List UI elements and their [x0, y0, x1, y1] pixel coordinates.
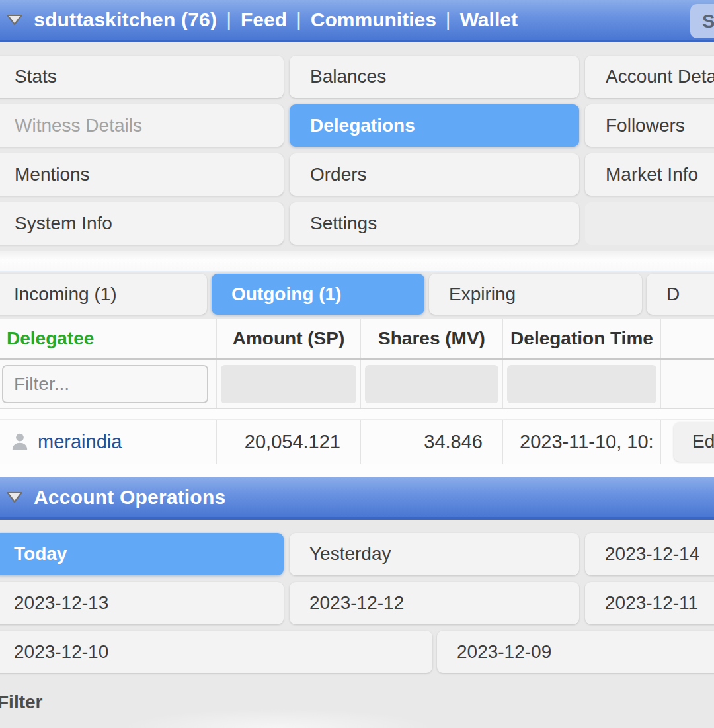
- subtab-outgoing[interactable]: Outgoing (1): [212, 274, 424, 315]
- tab-balances[interactable]: Balances: [290, 56, 579, 98]
- shares-mv-value: 34.846: [361, 431, 502, 453]
- collapse-triangle-icon[interactable]: [5, 13, 24, 27]
- tab-delegations[interactable]: Delegations: [290, 104, 579, 147]
- date-button-2023-12-09[interactable]: 2023-12-09: [437, 631, 714, 673]
- date-button-yesterday[interactable]: Yesterday: [290, 533, 579, 575]
- person-icon: [9, 431, 30, 452]
- tab-empty-cell: [585, 202, 714, 245]
- date-button-2023-12-14[interactable]: 2023-12-14: [585, 533, 714, 575]
- table-spacer: [0, 409, 714, 419]
- tab-stats[interactable]: Stats: [0, 56, 284, 98]
- delegatee-filter-input[interactable]: [2, 365, 208, 403]
- tab-account-details[interactable]: Account Details: [585, 56, 714, 98]
- filter-disabled-box: [221, 365, 356, 403]
- account-header-bar: sduttaskitchen (76) | Feed | Communities…: [0, 0, 714, 42]
- account-operations-title: Account Operations: [34, 486, 225, 508]
- date-button-wide-row: 2023-12-10 2023-12-09: [0, 631, 714, 673]
- tab-market-info[interactable]: Market Info: [585, 153, 714, 196]
- column-header-delegatee[interactable]: Delegatee: [0, 328, 216, 349]
- date-button-today[interactable]: Today: [0, 533, 284, 575]
- column-header-delegation-time[interactable]: Delegation Time: [503, 328, 660, 349]
- filter-disabled-box: [507, 365, 656, 403]
- tab-followers[interactable]: Followers: [585, 104, 714, 147]
- account-title[interactable]: sduttaskitchen (76): [34, 9, 217, 31]
- tab-orders[interactable]: Orders: [290, 153, 579, 196]
- edit-delegation-button[interactable]: Edit: [674, 422, 714, 462]
- section-divider-band: [0, 251, 714, 272]
- table-bottom-spacer: [0, 464, 714, 477]
- table-header-row: Delegatee Amount (SP) Shares (MV) Delega…: [0, 319, 714, 360]
- tab-mentions[interactable]: Mentions: [0, 153, 284, 196]
- column-header-shares-mv[interactable]: Shares (MV): [361, 328, 502, 349]
- app-viewport: sduttaskitchen (76) | Feed | Communities…: [0, 0, 714, 728]
- date-button-2023-12-10[interactable]: 2023-12-10: [0, 631, 432, 673]
- account-operations-bar: Account Operations: [0, 477, 714, 520]
- nav-divider: |: [446, 9, 451, 31]
- collapse-triangle-icon[interactable]: [5, 490, 24, 505]
- date-button-2023-12-13[interactable]: 2023-12-13: [0, 582, 284, 624]
- nav-link-communities[interactable]: Communities: [311, 9, 436, 31]
- date-button-2023-12-12[interactable]: 2023-12-12: [290, 582, 579, 624]
- subtab-expiring[interactable]: Expiring: [429, 274, 642, 315]
- date-button-grid: Today Yesterday 2023-12-14 2023-12-13 20…: [0, 533, 714, 624]
- header-corner-button[interactable]: ST: [690, 4, 714, 38]
- main-tab-grid: Stats Balances Account Details Witness D…: [0, 56, 714, 245]
- tab-system-info[interactable]: System Info: [0, 202, 284, 245]
- subtab-cutoff[interactable]: D: [647, 274, 714, 315]
- tab-settings[interactable]: Settings: [290, 202, 579, 245]
- delegatee-link[interactable]: meraindia: [38, 431, 122, 453]
- column-header-amount-sp[interactable]: Amount (SP): [217, 328, 360, 349]
- nav-link-feed[interactable]: Feed: [241, 9, 287, 31]
- table-row: meraindia 20,054.121 34.846 2023-11-10, …: [0, 419, 714, 464]
- delegation-time-value: 2023-11-10, 10:: [503, 431, 660, 453]
- nav-link-wallet[interactable]: Wallet: [460, 9, 518, 31]
- nav-divider: |: [226, 9, 231, 31]
- subtab-incoming[interactable]: Incoming (1): [0, 274, 207, 315]
- filter-disabled-box: [365, 365, 498, 403]
- amount-sp-value: 20,054.121: [217, 431, 360, 453]
- nav-divider: |: [296, 9, 301, 31]
- delegations-table: Delegatee Amount (SP) Shares (MV) Delega…: [0, 319, 714, 477]
- table-filter-row: [0, 360, 714, 409]
- date-button-2023-12-11[interactable]: 2023-12-11: [585, 582, 714, 624]
- delegation-subtabs: Incoming (1) Outgoing (1) Expiring D: [0, 274, 714, 315]
- page-content: sduttaskitchen (76) | Feed | Communities…: [0, 0, 714, 713]
- tab-witness-details: Witness Details: [0, 104, 284, 147]
- column-header-actions: [661, 319, 714, 358]
- operations-filter-label: Filter: [0, 692, 714, 713]
